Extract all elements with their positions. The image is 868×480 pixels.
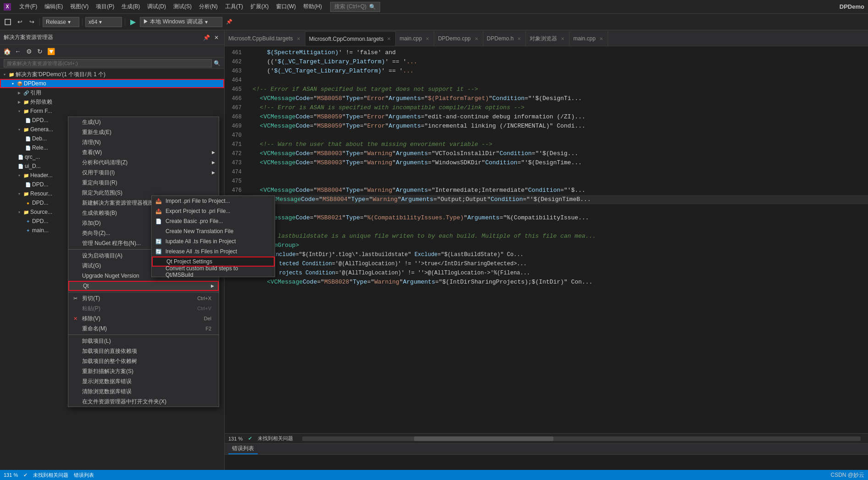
tab-main-label: main.cpp: [399, 35, 422, 42]
tree-item-references[interactable]: ▶ 🔗 引用: [0, 88, 224, 97]
svg-rect-0: [5, 19, 11, 25]
code-line-466: <VCMessage Code="MSB8058" Type="Error" A…: [253, 94, 868, 103]
tab-main-cpp[interactable]: main.cpp ✕: [396, 31, 434, 46]
solution-search-input[interactable]: [4, 59, 212, 67]
qt-lrelease[interactable]: 🔄 lrelease All .ts Files in Project: [152, 246, 275, 257]
source-icon: 📁: [23, 209, 29, 215]
menu-bar: 文件(F) 编辑(E) 视图(V) 项目(P) 生成(B) 调试(D) 测试(S…: [16, 1, 326, 12]
tab-object-browser[interactable]: 对象浏览器 ✕: [526, 31, 569, 46]
toolbar-sep-3: [125, 18, 125, 26]
tab-cppbuild[interactable]: Microsoft.CppBuild.targets ✕: [225, 31, 305, 46]
solution-root-item[interactable]: ▾ 📁 解决方案'DPDemo'(1 个项目/共 1 个): [0, 70, 224, 79]
menu-file[interactable]: 文件(F): [16, 1, 41, 12]
ctx-open-folder[interactable]: 在文件资源管理器中打开文件夹(X): [68, 396, 219, 407]
qt-convert-build[interactable]: Convert custom build steps to Qt/MSBuild: [152, 267, 275, 277]
panel-back-btn[interactable]: ←: [13, 46, 23, 56]
tab-main2-close[interactable]: ✕: [598, 36, 604, 42]
qt-create-translation[interactable]: Create New Translation File: [152, 226, 275, 236]
ctx-rescan[interactable]: 重新扫描解决方案(S): [68, 366, 219, 376]
qt-lupdate[interactable]: 🔄 lupdate All .ts Files in Project: [152, 236, 275, 246]
menu-extensions[interactable]: 扩展(X): [247, 1, 272, 12]
tab-dpdemo-close[interactable]: ✕: [474, 36, 479, 42]
redo-btn[interactable]: ↪: [27, 17, 37, 27]
project-dpdemo-item[interactable]: ▾ 📦 DPDemo: [0, 79, 224, 88]
pin-panel-btn[interactable]: 📌: [202, 33, 210, 42]
panel-refresh-btn[interactable]: ↻: [35, 46, 45, 56]
tab-cppbuild-close[interactable]: ✕: [296, 36, 301, 42]
header-expand: ▾: [17, 173, 22, 178]
code-editor[interactable]: 461 462 463 464 465 466 467 468 469 470 …: [225, 46, 868, 433]
code-line-480: [253, 223, 868, 232]
config-dropdown[interactable]: Release ▾: [43, 17, 79, 27]
toolbar-sep-1: [39, 18, 40, 26]
menu-view[interactable]: 视图(V): [66, 1, 92, 12]
tab-cppcommon-close[interactable]: ✕: [386, 36, 392, 42]
panel-settings-btn[interactable]: ⚙: [24, 46, 34, 56]
ctx-clean[interactable]: 清理(N): [68, 137, 219, 147]
undo-btn[interactable]: ↩: [15, 17, 25, 27]
error-list-tab[interactable]: 错误列表: [228, 444, 258, 454]
qt-create-pro[interactable]: 📄 Create Basic .pro File...: [152, 216, 275, 226]
ctx-load-direct[interactable]: 加载项目的直接依赖项: [68, 346, 219, 356]
ctx-load-tree[interactable]: 加载项目的整个依赖树: [68, 356, 219, 366]
import-icon: 📥: [155, 198, 162, 204]
ctx-qt[interactable]: Qt: [68, 281, 219, 291]
h-scrollbar-thumb[interactable]: [414, 436, 553, 441]
tab-objbrowser-label: 对象浏览器: [530, 35, 557, 43]
platform-dropdown[interactable]: x64 ▾: [85, 17, 122, 27]
tab-dpdemo-cpp[interactable]: DPDemo.cpp ✕: [434, 31, 483, 46]
code-line-475: [253, 177, 868, 186]
ctx-view[interactable]: 查看(W): [68, 147, 219, 157]
qt-export-pri[interactable]: 📤 Export Project to .pri File...: [152, 206, 275, 216]
ctx-rebuild[interactable]: 重新生成(E): [68, 127, 219, 137]
qt-import-pri[interactable]: 📥 Import .pri File to Project...: [152, 196, 275, 206]
menu-tools[interactable]: 工具(T): [221, 1, 247, 12]
tree-item-formf[interactable]: ▾ 📁 Form F...: [0, 106, 224, 116]
ctx-sep-3: [68, 335, 219, 335]
editor-tabs: Microsoft.CppBuild.targets ✕ Microsoft.C…: [225, 30, 868, 46]
tab-dpdemoh-label: DPDemo.h: [487, 35, 514, 42]
ctx-build[interactable]: 生成(U): [68, 117, 219, 127]
new-project-btn[interactable]: [3, 17, 13, 27]
menu-debug[interactable]: 调试(D): [144, 1, 170, 12]
menu-edit[interactable]: 编辑(E): [41, 1, 66, 12]
run-icon[interactable]: ▶: [128, 17, 138, 27]
genera-label: Genera...: [30, 126, 53, 133]
menu-test[interactable]: 测试(S): [170, 1, 195, 12]
ctx-cut[interactable]: ✂ 剪切(T) Ctrl+X: [68, 293, 219, 303]
ctx-only-project[interactable]: 仅用于项目(I): [68, 167, 219, 178]
resour-label: Resour...: [30, 190, 52, 197]
tree-item-extdeps[interactable]: ▶ 📁 外部依赖: [0, 97, 224, 106]
panel-filter-btn[interactable]: 🔽: [46, 46, 56, 56]
tab-main2-cpp[interactable]: main.cpp ✕: [569, 31, 608, 46]
editor-area: Microsoft.CppBuild.targets ✕ Microsoft.C…: [225, 30, 868, 480]
panel-home-btn[interactable]: 🏠: [2, 46, 12, 56]
ctx-analyze[interactable]: 分析和代码清理(Z): [68, 157, 219, 167]
ctx-show-browse-err[interactable]: 显示浏览数据库错误: [68, 376, 219, 386]
error-panel-header: 错误列表: [225, 444, 868, 455]
pin-btn[interactable]: 📌: [224, 17, 234, 27]
run-dropdown[interactable]: ▶ 本地 Windows 调试器 ▾: [140, 17, 222, 27]
ctx-retarget[interactable]: 重定向项目(R): [68, 178, 219, 188]
tab-dpdemo-h[interactable]: DPDemo.h ✕: [483, 31, 526, 46]
dpd4-icon: ✦: [25, 218, 31, 224]
tab-cppcommon[interactable]: Microsoft.CppCommon.targets ✕: [305, 31, 396, 46]
menu-analyze[interactable]: 分析(N): [195, 1, 221, 12]
dpd2-icon: 📄: [25, 181, 31, 188]
status-bar: 131 % ✔ 未找到相关问题 错误列表 CSDN @妙云: [0, 470, 868, 480]
tab-dpdemoh-close[interactable]: ✕: [516, 36, 522, 42]
dpd1-icon: 📄: [25, 117, 31, 123]
ctx-remove[interactable]: ✕ 移除(V) Del: [68, 313, 219, 324]
formf-icon: 📁: [23, 108, 29, 114]
ctx-unload[interactable]: 卸载项目(L): [68, 336, 219, 346]
menu-project[interactable]: 项目(P): [92, 1, 118, 12]
ctx-rename[interactable]: 重命名(M) F2: [68, 324, 219, 334]
tab-main-close[interactable]: ✕: [425, 36, 430, 42]
menu-help[interactable]: 帮助(H): [299, 1, 326, 12]
solution-explorer-title: 解决方案资源管理器: [4, 33, 200, 41]
close-panel-btn[interactable]: ✕: [212, 33, 221, 42]
menu-window[interactable]: 窗口(W): [272, 1, 299, 12]
tab-objbrowser-close[interactable]: ✕: [560, 36, 565, 42]
menu-build[interactable]: 生成(B): [118, 1, 144, 12]
ctx-clear-browse-err[interactable]: 清除浏览数据库错误: [68, 386, 219, 396]
